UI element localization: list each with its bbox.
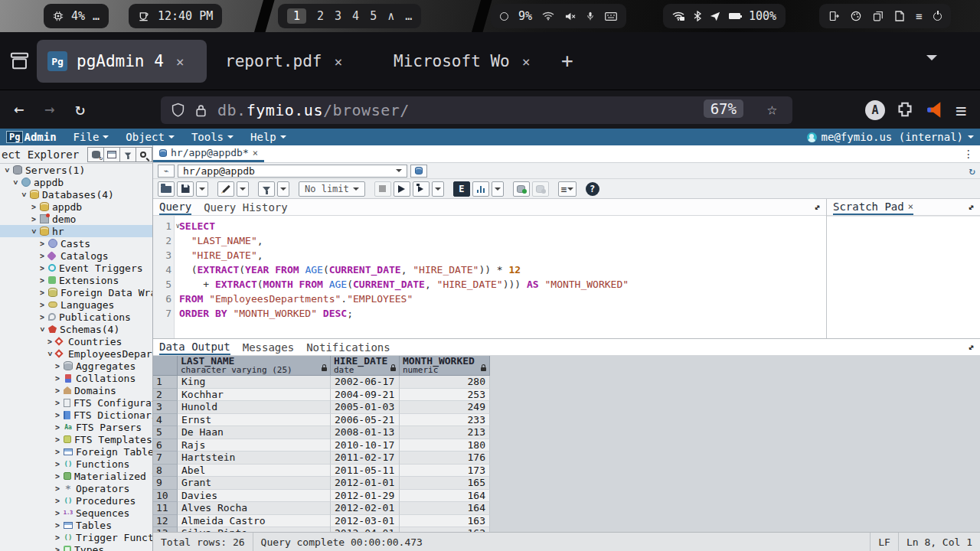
table-row[interactable]: 7Hartstein2011-02-17176 xyxy=(153,452,980,465)
sql-code[interactable]: SELECT "LAST_NAME", "HIRE_DATE", (EXTRAC… xyxy=(175,216,629,338)
table-row[interactable]: 10Davies2012-01-29164 xyxy=(153,490,980,503)
chevron-icon[interactable] xyxy=(40,313,48,321)
chevron-icon[interactable] xyxy=(40,276,48,285)
cpu-widget[interactable]: 4% … xyxy=(44,4,109,28)
chevron-icon[interactable] xyxy=(55,423,64,432)
chevron-icon[interactable] xyxy=(55,509,64,517)
palette-icon[interactable] xyxy=(851,11,861,21)
chevron-icon[interactable] xyxy=(55,411,64,419)
lock-icon[interactable] xyxy=(195,103,207,118)
table-row[interactable]: 1King2002-06-17280 xyxy=(153,376,980,389)
tree-item-databases[interactable]: Databases(4) xyxy=(0,188,152,201)
column-header-month-worked[interactable]: MONTH_WORKED numeric xyxy=(400,356,490,376)
table-row[interactable]: 6Rajs2010-10-17180 xyxy=(153,439,980,452)
chevron-icon[interactable] xyxy=(55,521,64,530)
browser-tab-pgadmin[interactable]: Pg pgAdmin 4 × xyxy=(37,40,207,83)
chevron-icon[interactable] xyxy=(55,399,64,407)
table-row[interactable]: 2Kochhar2004-09-21253 xyxy=(153,389,980,402)
new-connection-button[interactable] xyxy=(410,165,427,178)
chevron-icon[interactable] xyxy=(55,448,64,456)
browser-tab-report[interactable]: report.pdf × xyxy=(214,40,379,83)
commit-button[interactable] xyxy=(513,181,530,197)
tree-item-functions[interactable]: Functions xyxy=(0,458,152,470)
tree-item-servers[interactable]: Servers(1) xyxy=(0,164,152,176)
copy-files-icon[interactable] xyxy=(873,11,884,21)
tab-notifications[interactable]: Notifications xyxy=(306,341,390,354)
tree-item-fts-parsers[interactable]: FTS Parsers xyxy=(0,421,152,433)
execute-dropdown[interactable] xyxy=(432,181,444,197)
column-header-last-name[interactable]: LAST_NAME character varying (25) xyxy=(178,356,331,376)
reload-button[interactable]: ↻ xyxy=(75,99,85,119)
workspace-2[interactable]: 2 xyxy=(317,9,324,23)
tree-item-languages[interactable]: Languages xyxy=(0,298,152,311)
chevron-icon[interactable] xyxy=(40,301,48,309)
tree-item-db-appdb[interactable]: appdb xyxy=(0,201,152,213)
chevron-icon[interactable] xyxy=(55,546,64,551)
chevron-icon[interactable] xyxy=(5,166,13,174)
send-icon[interactable] xyxy=(710,11,720,21)
tree-item-schema-countries[interactable]: Countries xyxy=(0,335,152,347)
url-bar[interactable]: db.fymio.us/browser/ 67% ☆ xyxy=(161,96,792,124)
chevron-icon[interactable] xyxy=(55,386,64,395)
speaker-muted-icon[interactable] xyxy=(564,11,576,21)
panel-menu-kebab-icon[interactable]: ⋮ xyxy=(963,148,974,160)
tree-item-domains[interactable]: Domains xyxy=(0,384,152,396)
workspace-3[interactable]: 3 xyxy=(335,9,341,23)
workspace-caret-icon[interactable]: ∧ xyxy=(387,9,394,23)
chevron-icon[interactable] xyxy=(55,435,64,444)
tree-item-event-triggers[interactable]: Event Triggers xyxy=(0,262,152,274)
back-button[interactable]: ← xyxy=(14,99,24,119)
tree-item-sequences[interactable]: Sequences xyxy=(0,507,152,519)
chevron-icon[interactable] xyxy=(40,264,48,272)
close-scratch-pad-icon[interactable]: × xyxy=(908,201,913,212)
chevron-icon[interactable] xyxy=(13,178,21,187)
table-row[interactable]: 8Abel2011-05-11173 xyxy=(153,465,980,478)
workspace-more[interactable]: … xyxy=(405,9,412,23)
tree-item-aggregates[interactable]: Aggregates xyxy=(0,360,152,372)
tab-overview-icon[interactable] xyxy=(9,51,30,71)
microphone-icon[interactable] xyxy=(586,11,595,21)
filter-button[interactable] xyxy=(258,181,275,197)
close-tab-icon[interactable]: × xyxy=(334,54,342,70)
open-file-button[interactable] xyxy=(158,181,175,197)
search-objects-button[interactable] xyxy=(136,147,152,162)
shield-icon[interactable] xyxy=(172,103,185,118)
expand-panel-icon[interactable] xyxy=(811,201,823,213)
workspace-1[interactable]: 1 xyxy=(287,8,306,24)
tree-item-extensions[interactable]: Extensions xyxy=(0,274,152,286)
tree-item-publications[interactable]: Publications xyxy=(0,311,152,323)
tree-item-trigger-functions[interactable]: Trigger Functions xyxy=(0,531,152,543)
tree-item-collations[interactable]: Collations xyxy=(0,372,152,384)
workspace-5[interactable]: 5 xyxy=(370,9,377,23)
execute-query-button[interactable] xyxy=(394,181,410,197)
filtered-rows-button[interactable] xyxy=(119,147,136,162)
menu-object[interactable]: Object xyxy=(126,131,175,143)
tree-item-operators[interactable]: Operators xyxy=(0,482,152,494)
row-limit-select[interactable]: No limit xyxy=(299,181,365,197)
tab-messages[interactable]: Messages xyxy=(243,341,294,354)
chevron-icon[interactable] xyxy=(21,191,30,199)
macros-button[interactable] xyxy=(558,181,577,197)
wifi-secure-icon[interactable] xyxy=(672,11,685,21)
chevron-icon[interactable] xyxy=(55,460,64,468)
keyboard-icon[interactable] xyxy=(605,12,617,21)
tab-data-output[interactable]: Data Output xyxy=(159,339,230,355)
tree-item-materialized-views[interactable]: Materialized Views xyxy=(0,470,152,482)
table-row[interactable]: 5De Haan2008-01-13213 xyxy=(153,426,980,439)
bookmark-star-icon[interactable]: ☆ xyxy=(767,99,777,119)
exit-door-icon[interactable] xyxy=(828,11,839,21)
save-file-button[interactable] xyxy=(177,181,194,197)
sql-editor[interactable]: 1∨ 2 3 4 5 6 7 SELECT "LAST_NAME", "HIRE… xyxy=(153,216,826,338)
fold-chevron-icon[interactable]: ∨ xyxy=(176,219,180,233)
workspace-4[interactable]: 4 xyxy=(352,9,359,23)
chevron-icon[interactable] xyxy=(31,203,40,211)
tree-item-fts-dictionaries[interactable]: FTS Dictionaries xyxy=(0,409,152,421)
chevron-icon[interactable] xyxy=(55,374,64,383)
close-query-tool-icon[interactable]: × xyxy=(253,148,258,158)
column-header-hire-date[interactable]: HIRE_DATE date xyxy=(331,356,400,376)
chevron-icon[interactable] xyxy=(40,289,48,297)
tree-item-casts[interactable]: Casts xyxy=(0,237,152,249)
menu-lines-icon[interactable]: ≡ xyxy=(916,10,922,22)
edit-button[interactable] xyxy=(217,181,234,197)
chevron-icon[interactable] xyxy=(31,215,40,223)
